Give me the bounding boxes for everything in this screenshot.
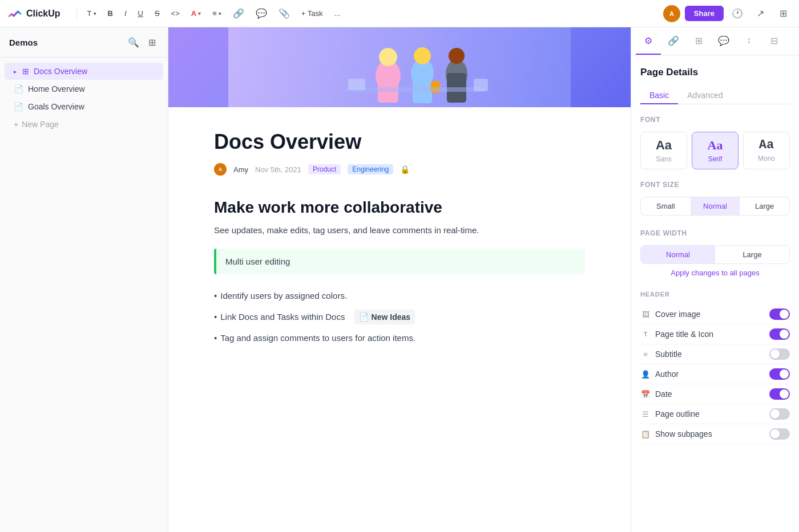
toggle-page-outline-left: ☰ Page outline <box>640 409 700 419</box>
font-serif-aa: Aa <box>708 138 723 153</box>
sidebar-item-goals-overview[interactable]: 📄 Goals Overview <box>5 98 163 115</box>
add-task-button[interactable]: + Task <box>298 7 326 20</box>
bullet-dot-1: • <box>214 289 217 303</box>
more-button[interactable]: ... <box>330 7 344 20</box>
comment-panel-icon[interactable]: 💬 <box>711 27 736 55</box>
cover-image-toggle[interactable] <box>769 308 790 320</box>
width-options: Normal Large <box>640 245 790 264</box>
color-button[interactable]: A ▾ <box>188 7 204 20</box>
settings-panel-icon[interactable]: ⚙ <box>636 27 661 55</box>
page-outline-toggle[interactable] <box>769 408 790 420</box>
font-option-mono[interactable]: Aa Mono <box>743 132 790 169</box>
sidebar-add-icon[interactable]: ⊞ <box>145 35 159 49</box>
width-large[interactable]: Large <box>715 246 789 263</box>
font-mono-label: Mono <box>758 155 775 163</box>
avatar[interactable]: A <box>663 5 680 22</box>
bullet-item-2: • Link Docs and Tasks within Docs 📄 New … <box>214 306 585 328</box>
font-options: Aa Sans Aa Serif Aa Mono <box>640 132 790 169</box>
toggle-show-subpages-left: 📋 Show subpages <box>640 429 712 439</box>
text-format-button[interactable]: T ▾ <box>84 7 100 20</box>
width-normal[interactable]: Normal <box>641 246 715 263</box>
doc-title: Docs Overview <box>214 130 585 154</box>
toolbar: ClickUp T ▾ B I U S <> A ▾ ≡ ▾ 🔗 💬 📎 + T… <box>0 0 799 27</box>
tab-basic[interactable]: Basic <box>640 87 678 104</box>
panel-tabs: Basic Advanced <box>640 87 790 104</box>
toggle-cover-image-left: 🖼 Cover image <box>640 309 700 319</box>
sidebar-item-label: Goals Overview <box>28 102 84 111</box>
subtitle-icon: ≡ <box>640 349 651 359</box>
svg-point-2 <box>379 48 397 66</box>
panel-icon[interactable]: ⊞ <box>774 5 792 23</box>
share-button[interactable]: Share <box>685 6 724 21</box>
subtitle-label: Subtitle <box>655 350 682 359</box>
docs-icon: ⊞ <box>22 67 29 76</box>
panel-title: Page Details <box>640 67 790 78</box>
sort-panel-icon[interactable]: ↕ <box>736 27 761 55</box>
sidebar-item-docs-overview[interactable]: ▸ ⊞ Docs Overview <box>5 63 163 80</box>
doc-callout: Multi user editing <box>214 249 585 274</box>
tag-engineering[interactable]: Engineering <box>348 164 393 174</box>
subtitle-toggle[interactable] <box>769 348 790 360</box>
right-panel-body: Page Details Basic Advanced Font Aa Sans… <box>631 55 799 456</box>
color-chevron-icon: ▾ <box>198 11 201 17</box>
history-icon[interactable]: 🕐 <box>728 5 746 23</box>
sidebar-item-label: Home Overview <box>28 84 85 94</box>
toggle-author-left: 👤 Author <box>640 369 679 379</box>
comment-button[interactable]: 💬 <box>252 6 271 21</box>
app-logo[interactable]: ClickUp <box>7 6 60 22</box>
sidebar: Demos 🔍 ⊞ ▸ ⊞ Docs Overview 📄 Home Overv… <box>0 27 168 532</box>
page-outline-label: Page outline <box>655 409 700 419</box>
author-toggle[interactable] <box>769 368 790 380</box>
page-width-label: Page Width <box>640 229 790 237</box>
doc-heading: Make work more collaborative <box>214 198 585 217</box>
sidebar-item-home-overview[interactable]: 📄 Home Overview <box>5 80 163 98</box>
align-chevron-icon: ▾ <box>219 11 221 17</box>
header-section-label: HEADER <box>640 291 790 298</box>
view-panel-icon[interactable]: ⊟ <box>761 27 786 55</box>
link-button[interactable]: 🔗 <box>229 6 248 21</box>
page-icon: 📄 <box>14 102 23 111</box>
doc-date: Nov 5th, 2021 <box>255 165 301 174</box>
italic-button[interactable]: I <box>121 7 130 20</box>
inline-link[interactable]: 📄 New Ideas <box>354 310 415 324</box>
toggle-page-title-left: T Page title & Icon <box>640 329 713 339</box>
new-page-label: New Page <box>22 120 59 129</box>
toggle-subtitle: ≡ Subtitle <box>640 344 790 364</box>
grid-panel-icon[interactable]: ⊞ <box>686 27 711 55</box>
link-panel-icon[interactable]: 🔗 <box>661 27 686 55</box>
doc-body: Docs Overview A Amy Nov 5th, 2021 Produc… <box>168 107 631 394</box>
apply-changes-link[interactable]: Apply changes to all pages <box>640 269 790 277</box>
tag-product[interactable]: Product <box>308 164 341 174</box>
show-subpages-toggle[interactable] <box>769 428 790 440</box>
bullet-item-1: • Identify users by assigned colors. <box>214 286 585 306</box>
font-option-sans[interactable]: Aa Sans <box>640 132 687 169</box>
cover-image-label: Cover image <box>655 310 700 319</box>
page-title-toggle[interactable] <box>769 328 790 340</box>
toggle-subtitle-left: ≡ Subtitle <box>640 349 682 359</box>
size-large[interactable]: Large <box>740 197 789 215</box>
new-page-item[interactable]: + New Page <box>5 116 163 133</box>
sidebar-search-icon[interactable]: 🔍 <box>127 35 140 49</box>
outline-icon: ☰ <box>640 409 651 419</box>
align-button[interactable]: ≡ ▾ <box>209 7 225 20</box>
page-title-label: Page title & Icon <box>655 330 713 339</box>
tab-advanced[interactable]: Advanced <box>678 87 732 104</box>
toolbar-divider-1 <box>76 8 77 19</box>
protected-icon: 🔒 <box>400 165 410 174</box>
toggle-author: 👤 Author <box>640 364 790 384</box>
font-option-serif[interactable]: Aa Serif <box>692 132 739 169</box>
size-normal[interactable]: Normal <box>691 197 740 215</box>
font-sans-aa: Aa <box>656 138 672 153</box>
svg-rect-0 <box>228 27 571 107</box>
page-icon: 📄 <box>14 84 23 94</box>
attach-button[interactable]: 📎 <box>275 6 293 21</box>
size-small[interactable]: Small <box>641 197 691 215</box>
date-toggle[interactable] <box>769 388 790 400</box>
underline-button[interactable]: U <box>135 7 147 20</box>
font-mono-aa: Aa <box>759 138 774 152</box>
export-icon[interactable]: ↗ <box>751 5 769 23</box>
code-button[interactable]: <> <box>168 7 183 20</box>
strikethrough-button[interactable]: S <box>151 7 163 20</box>
bold-button[interactable]: B <box>104 7 116 20</box>
toggle-cover-image: 🖼 Cover image <box>640 304 790 324</box>
